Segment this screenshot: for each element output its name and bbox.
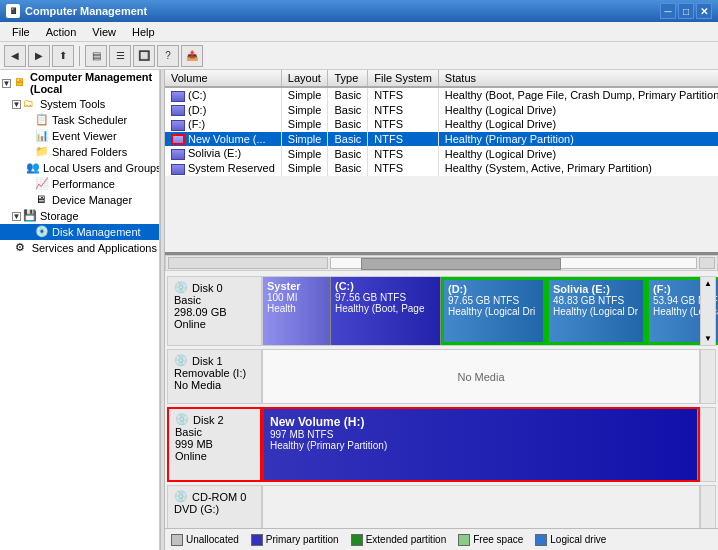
- scroll-track[interactable]: [330, 257, 697, 269]
- cdrom0-partitions: [262, 485, 700, 528]
- event-viewer-icon: 📊: [35, 129, 49, 143]
- close-button[interactable]: ✕: [696, 3, 712, 19]
- sidebar-disk-management[interactable]: 💿 Disk Management: [0, 224, 159, 240]
- table-row[interactable]: (D:)SimpleBasicNTFSHealthy (Logical Driv…: [165, 103, 718, 118]
- disk0-partitions: Syster 100 MI Health (C:) 97.56 GB NTFS …: [262, 276, 700, 346]
- system-tools-expander[interactable]: ▼: [12, 100, 21, 109]
- disk0-partition-system[interactable]: Syster 100 MI Health: [263, 277, 331, 345]
- storage-label: Storage: [40, 210, 79, 222]
- performance-icon: 📈: [35, 177, 49, 191]
- export-button[interactable]: 📤: [181, 45, 203, 67]
- table-row[interactable]: New Volume (...SimpleBasicNTFSHealthy (P…: [165, 132, 718, 147]
- disk0-scrollbar[interactable]: ▲ ▼: [700, 276, 716, 346]
- table-row[interactable]: Solivia (E:)SimpleBasicNTFSHealthy (Logi…: [165, 146, 718, 161]
- root-icon: 🖥: [13, 76, 27, 90]
- storage-expander[interactable]: ▼: [12, 212, 21, 221]
- sidebar: ▼ 🖥 Computer Management (Local ▼ 🗂 Syste…: [0, 70, 160, 550]
- sidebar-root-label: Computer Management (Local: [30, 71, 157, 95]
- disk0-name: Disk 0: [192, 282, 223, 294]
- disk0-type: Basic: [174, 294, 255, 306]
- menu-file[interactable]: File: [4, 24, 38, 40]
- sidebar-event-viewer[interactable]: 📊 Event Viewer: [0, 128, 159, 144]
- disk0-partition-d[interactable]: (D:) 97.65 GB NTFS Healthy (Logical Dri: [441, 277, 546, 345]
- event-viewer-label: Event Viewer: [52, 130, 117, 142]
- system-tools-icon: 🗂: [23, 97, 37, 111]
- disk2-size: 999 MB: [175, 438, 254, 450]
- disk2-scrollbar[interactable]: [700, 407, 716, 482]
- menu-action[interactable]: Action: [38, 24, 85, 40]
- horizontal-scrollbar[interactable]: [165, 255, 718, 271]
- disk1-partitions: No Media: [262, 349, 700, 404]
- legend-primary: Primary partition: [251, 534, 339, 546]
- sidebar-system-tools[interactable]: ▼ 🗂 System Tools: [0, 96, 159, 112]
- disk2-partition-new-volume[interactable]: New Volume (H:) 997 MB NTFS Healthy (Pri…: [264, 409, 698, 480]
- sidebar-local-users[interactable]: 👥 Local Users and Groups: [0, 160, 159, 176]
- up-button[interactable]: ⬆: [52, 45, 74, 67]
- properties-button[interactable]: 🔲: [133, 45, 155, 67]
- menu-view[interactable]: View: [84, 24, 124, 40]
- sidebar-storage[interactable]: ▼ 💾 Storage: [0, 208, 159, 224]
- table-cell-layout: Simple: [281, 103, 328, 118]
- sidebar-services[interactable]: ⚙ Services and Applications: [0, 240, 159, 256]
- table-cell-type: Basic: [328, 117, 368, 132]
- disk2-name: Disk 2: [193, 414, 224, 426]
- disk2-icon: 💿: [175, 413, 189, 426]
- table-cell-fs: NTFS: [368, 87, 438, 103]
- volume-icon: [171, 104, 188, 116]
- table-cell-type: Basic: [328, 161, 368, 176]
- shared-folders-label: Shared Folders: [52, 146, 127, 158]
- sidebar-task-scheduler[interactable]: 📋 Task Scheduler: [0, 112, 159, 128]
- local-users-label: Local Users and Groups: [43, 162, 160, 174]
- table-row[interactable]: (F:)SimpleBasicNTFSHealthy (Logical Driv…: [165, 117, 718, 132]
- col-layout[interactable]: Layout: [281, 70, 328, 87]
- disk0-row: 💿 Disk 0 Basic 298.09 GB Online Syster 1…: [167, 276, 716, 346]
- disk-area: 💿 Disk 0 Basic 298.09 GB Online Syster 1…: [165, 271, 718, 528]
- table-row[interactable]: System ReservedSimpleBasicNTFSHealthy (S…: [165, 161, 718, 176]
- scroll-up-icon[interactable]: ▲: [704, 279, 712, 288]
- disk2-type: Basic: [175, 426, 254, 438]
- cdrom0-scrollbar[interactable]: [700, 485, 716, 528]
- col-type[interactable]: Type: [328, 70, 368, 87]
- system-tools-label: System Tools: [40, 98, 105, 110]
- table-cell-volume: (C:): [165, 87, 281, 103]
- services-icon: ⚙: [15, 241, 29, 255]
- disk1-name: Disk 1: [192, 355, 223, 367]
- disk1-scrollbar[interactable]: [700, 349, 716, 404]
- disk-management-label: Disk Management: [52, 226, 141, 238]
- sidebar-root[interactable]: ▼ 🖥 Computer Management (Local: [0, 70, 159, 96]
- menu-help[interactable]: Help: [124, 24, 163, 40]
- table-cell-layout: Simple: [281, 161, 328, 176]
- toolbar: ◀ ▶ ⬆ ▤ ☰ 🔲 ? 📤: [0, 42, 718, 70]
- back-button[interactable]: ◀: [4, 45, 26, 67]
- legend-unallocated: Unallocated: [171, 534, 239, 546]
- window-controls: ─ □ ✕: [660, 3, 712, 19]
- cdrom0-label: 💿 CD-ROM 0 DVD (G:): [167, 485, 262, 528]
- scroll-down-icon[interactable]: ▼: [704, 334, 712, 343]
- table-row[interactable]: (C:)SimpleBasicNTFSHealthy (Boot, Page F…: [165, 87, 718, 103]
- sidebar-shared-folders[interactable]: 📁 Shared Folders: [0, 144, 159, 160]
- legend: Unallocated Primary partition Extended p…: [165, 528, 718, 550]
- sidebar-performance[interactable]: 📈 Performance: [0, 176, 159, 192]
- disk0-partition-e[interactable]: Solivia (E:) 48.83 GB NTFS Healthy (Logi…: [546, 277, 646, 345]
- window-title: Computer Management: [25, 5, 147, 17]
- col-filesystem[interactable]: File System: [368, 70, 438, 87]
- show-hide-button[interactable]: ▤: [85, 45, 107, 67]
- scroll-thumb[interactable]: [361, 258, 561, 270]
- disk1-status: No Media: [174, 379, 255, 391]
- table-cell-status: Healthy (Logical Drive): [438, 146, 718, 161]
- minimize-button[interactable]: ─: [660, 3, 676, 19]
- sidebar-section-storage: ▼ 💾 Storage 💿 Disk Management ⚙ Services…: [0, 208, 159, 256]
- col-status[interactable]: Status: [438, 70, 718, 87]
- help-button[interactable]: ?: [157, 45, 179, 67]
- forward-button[interactable]: ▶: [28, 45, 50, 67]
- sidebar-device-manager[interactable]: 🖥 Device Manager: [0, 192, 159, 208]
- col-volume[interactable]: Volume: [165, 70, 281, 87]
- table-cell-volume: (F:): [165, 117, 281, 132]
- table-cell-status: Healthy (Primary Partition): [438, 132, 718, 147]
- legend-logical-label: Logical drive: [550, 534, 606, 545]
- list-view-button[interactable]: ☰: [109, 45, 131, 67]
- disk0-partition-c[interactable]: (C:) 97.56 GB NTFS Healthy (Boot, Page: [331, 277, 441, 345]
- maximize-button[interactable]: □: [678, 3, 694, 19]
- legend-unallocated-label: Unallocated: [186, 534, 239, 545]
- root-expander[interactable]: ▼: [2, 79, 11, 88]
